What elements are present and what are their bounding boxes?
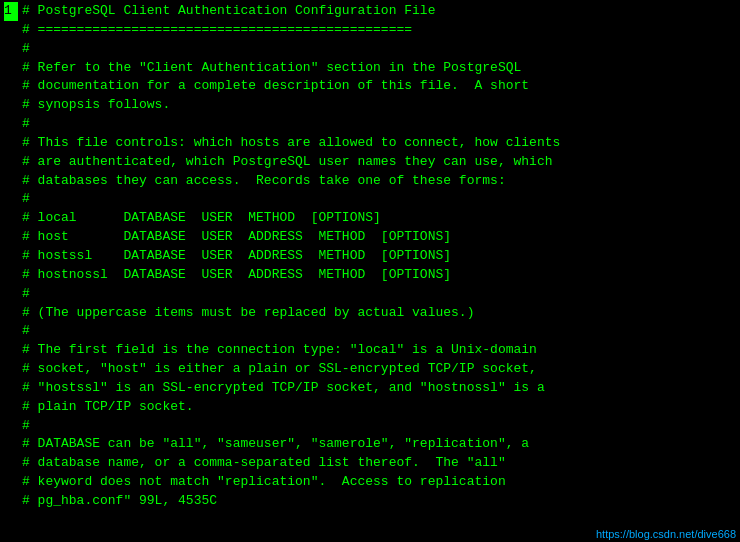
line-number [4,360,18,379]
line-content: # local DATABASE USER METHOD [OPTIONS] [22,209,736,228]
line-content: # [22,115,736,134]
line-content: # [22,417,736,436]
editor-line: # [4,190,736,209]
line-number [4,379,18,398]
editor-line: # database name, or a comma-separated li… [4,454,736,473]
line-number [4,153,18,172]
editor-line: # [4,40,736,59]
editor-line: # hostnossl DATABASE USER ADDRESS METHOD… [4,266,736,285]
line-content: # The first field is the connection type… [22,341,736,360]
line-number [4,209,18,228]
line-number [4,190,18,209]
line-number [4,134,18,153]
editor-line: # plain TCP/IP socket. [4,398,736,417]
line-number [4,417,18,436]
line-content: # socket, "host" is either a plain or SS… [22,360,736,379]
editor-line: # [4,285,736,304]
editor-line: # documentation for a complete descripti… [4,77,736,96]
line-content: # ======================================… [22,21,736,40]
line-content: # DATABASE can be "all", "sameuser", "sa… [22,435,736,454]
line-number [4,115,18,134]
line-content: # PostgreSQL Client Authentication Confi… [22,2,736,21]
line-number [4,322,18,341]
editor-line: # databases they can access. Records tak… [4,172,736,191]
line-number [4,96,18,115]
editor-line: # are authenticated, which PostgreSQL us… [4,153,736,172]
line-number: 1 [4,2,18,21]
editor-line: # keyword does not match "replication". … [4,473,736,492]
editor-line: # The first field is the connection type… [4,341,736,360]
editor-line: # host DATABASE USER ADDRESS METHOD [OPT… [4,228,736,247]
line-content: # This file controls: which hosts are al… [22,134,736,153]
editor-line: # (The uppercase items must be replaced … [4,304,736,323]
line-content: # documentation for a complete descripti… [22,77,736,96]
line-content: # [22,190,736,209]
lines-container: 1# PostgreSQL Client Authentication Conf… [4,2,736,511]
line-content: # [22,40,736,59]
editor-line: # [4,115,736,134]
line-number [4,228,18,247]
line-content: # database name, or a comma-separated li… [22,454,736,473]
editor-line: 1# PostgreSQL Client Authentication Conf… [4,2,736,21]
editor-line: # synopsis follows. [4,96,736,115]
line-number [4,454,18,473]
line-content: # hostssl DATABASE USER ADDRESS METHOD [… [22,247,736,266]
editor-line: # Refer to the "Client Authentication" s… [4,59,736,78]
line-number [4,21,18,40]
line-content: # "hostssl" is an SSL-encrypted TCP/IP s… [22,379,736,398]
line-content: # Refer to the "Client Authentication" s… [22,59,736,78]
editor-line: # [4,417,736,436]
editor-line: # This file controls: which hosts are al… [4,134,736,153]
line-content: # (The uppercase items must be replaced … [22,304,736,323]
line-number [4,304,18,323]
line-content: # hostnossl DATABASE USER ADDRESS METHOD… [22,266,736,285]
line-content: # [22,322,736,341]
line-content: # are authenticated, which PostgreSQL us… [22,153,736,172]
line-number [4,40,18,59]
editor-line: # DATABASE can be "all", "sameuser", "sa… [4,435,736,454]
editor-line: # socket, "host" is either a plain or SS… [4,360,736,379]
line-content: # pg_hba.conf" 99L, 4535C [22,492,736,511]
editor-line: # [4,322,736,341]
editor-line: # hostssl DATABASE USER ADDRESS METHOD [… [4,247,736,266]
line-content: # keyword does not match "replication". … [22,473,736,492]
line-content: # databases they can access. Records tak… [22,172,736,191]
editor-line: # ======================================… [4,21,736,40]
watermark: https://blog.csdn.net/dive668 [596,528,736,540]
line-number [4,341,18,360]
editor-line: # local DATABASE USER METHOD [OPTIONS] [4,209,736,228]
line-number [4,77,18,96]
line-number [4,492,18,511]
editor-container: 1# PostgreSQL Client Authentication Conf… [0,0,740,542]
line-number [4,266,18,285]
line-number [4,398,18,417]
line-number [4,247,18,266]
line-number [4,285,18,304]
line-content: # plain TCP/IP socket. [22,398,736,417]
line-number [4,172,18,191]
line-number [4,435,18,454]
editor-line: # "hostssl" is an SSL-encrypted TCP/IP s… [4,379,736,398]
editor-line: # pg_hba.conf" 99L, 4535C [4,492,736,511]
line-content: # synopsis follows. [22,96,736,115]
line-content: # [22,285,736,304]
line-content: # host DATABASE USER ADDRESS METHOD [OPT… [22,228,736,247]
line-number [4,473,18,492]
line-number [4,59,18,78]
